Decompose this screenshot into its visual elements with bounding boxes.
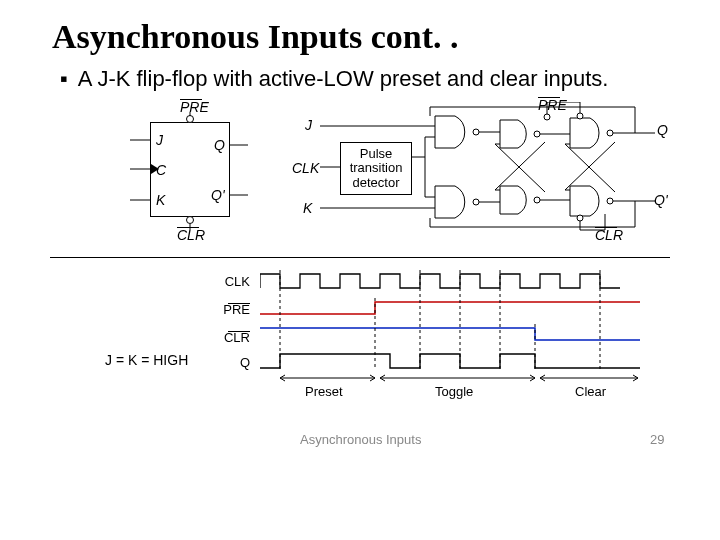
bullet-text: A J-K flip-flop with active-LOW preset a… bbox=[78, 66, 609, 92]
svg-rect-58 bbox=[260, 350, 645, 372]
label-clr-left: CLR bbox=[177, 227, 205, 243]
diagram-area: PRE J C K Q Q' CLR PRE J CLK K Q Q' CLR … bbox=[0, 92, 720, 492]
svg-point-14 bbox=[473, 129, 479, 135]
divider bbox=[50, 257, 670, 258]
wave-label-pre: PRE bbox=[220, 302, 250, 317]
segment-preset: Preset bbox=[305, 384, 343, 399]
bullet-icon: ▪ bbox=[60, 66, 68, 92]
svg-point-44 bbox=[577, 215, 583, 221]
svg-line-38 bbox=[565, 142, 615, 190]
slide-title: Asynchronous Inputs cont. . bbox=[0, 0, 720, 56]
segment-clear: Clear bbox=[575, 384, 606, 399]
footer-text: Asynchronous Inputs bbox=[300, 432, 421, 447]
svg-line-27 bbox=[495, 142, 545, 190]
timing-waveforms bbox=[260, 270, 670, 385]
svg-point-15 bbox=[473, 199, 479, 205]
wave-label-clk: CLK bbox=[220, 274, 250, 289]
wave-label-q: Q bbox=[220, 355, 250, 370]
segment-toggle: Toggle bbox=[435, 384, 473, 399]
svg-point-41 bbox=[577, 113, 583, 119]
svg-line-26 bbox=[495, 144, 545, 192]
page-number: 29 bbox=[650, 432, 664, 447]
svg-point-36 bbox=[607, 198, 613, 204]
overline-wave-pre bbox=[228, 303, 250, 304]
svg-point-31 bbox=[544, 114, 550, 120]
svg-point-22 bbox=[534, 131, 540, 137]
svg-point-35 bbox=[607, 130, 613, 136]
overline-clr-left bbox=[177, 227, 199, 228]
overline-wave-clr bbox=[228, 331, 250, 332]
overline-pre-right bbox=[538, 97, 560, 98]
svg-line-37 bbox=[565, 144, 615, 192]
overline-pre-left bbox=[180, 99, 202, 100]
bullet-item: ▪ A J-K flip-flop with active-LOW preset… bbox=[0, 56, 720, 92]
svg-point-23 bbox=[534, 197, 540, 203]
jk-high-note: J = K = HIGH bbox=[105, 352, 188, 368]
ff-symbol-wires bbox=[130, 112, 250, 232]
gate-network bbox=[300, 102, 670, 242]
wave-label-clr: CLR bbox=[220, 330, 250, 345]
